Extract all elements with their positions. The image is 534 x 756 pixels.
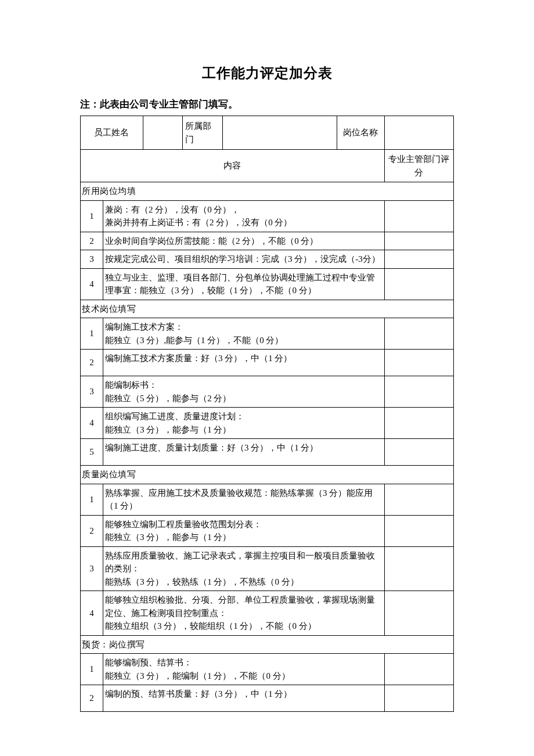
row-number: 1	[81, 200, 103, 232]
section-title: 质量岗位填写	[81, 466, 454, 484]
row-score	[384, 350, 453, 376]
row-content: 组织编写施工进度、质量进度计划： 能独立（3 分），能参与（1 分）	[103, 408, 384, 439]
row-score	[384, 654, 453, 685]
row-number: 1	[81, 484, 103, 515]
table-row: 1兼岗：有（2 分），没有（0 分）， 兼岗并持有上岗证书：有（2 分），没有（…	[81, 200, 454, 232]
section-title-row: 预货：岗位撰写	[81, 635, 454, 654]
row-number: 4	[81, 268, 103, 300]
employee-info-row: 员工姓名 所属部门 岗位名称	[81, 116, 454, 150]
employee-name-value	[143, 116, 183, 150]
position-value	[384, 116, 453, 150]
table-row: 2业余时间自学岗位所需技能：能（2 分），不能（0 分）	[81, 232, 454, 250]
section-title: 技术岗位填写	[81, 300, 454, 318]
table-row: 5编制施工进度、质量计划质量：好（3 分），中（1 分）	[81, 439, 454, 466]
row-score	[384, 515, 453, 546]
table-row: 2编制施工技术方案质量：好（3 分），中（1 分）	[81, 350, 454, 376]
row-content: 编制的预、结算书质量：好（3 分），中（1 分）	[103, 685, 384, 712]
table-row: 4组织编写施工进度、质量进度计划： 能独立（3 分），能参与（1 分）	[81, 408, 454, 439]
row-number: 4	[81, 591, 103, 636]
row-number: 3	[81, 546, 103, 591]
position-label: 岗位名称	[337, 116, 384, 150]
row-score	[384, 376, 453, 408]
table-row: 3熟练应用质量验收、施工记录表式，掌握主控项目和一般项目质量验收的类别： 能熟练…	[81, 546, 454, 591]
section-title: 预货：岗位撰写	[81, 635, 454, 654]
row-content: 编制施工进度、质量计划质量：好（3 分），中（1 分）	[103, 439, 384, 466]
row-score	[384, 200, 453, 232]
note: 注：此表由公司专业主管部门填写。	[80, 98, 454, 111]
row-content: 编制施工技术方案： 能独立（3 分）,能参与（1 分），不能（0 分）	[103, 318, 384, 350]
row-number: 2	[81, 232, 103, 250]
row-number: 2	[81, 685, 103, 712]
table-row: 2能够独立编制工程质量验收范围划分表： 能独立（3 分），能参与（1 分）	[81, 515, 454, 546]
row-content: 能够独立组织检验批、分项、分部、单位工程质量验收，掌握现场测量定位、施工检测项目…	[103, 591, 384, 636]
row-number: 5	[81, 439, 103, 466]
row-score	[384, 546, 453, 591]
table-row: 4独立与业主、监理、项目各部门、分包单位协调处理施工过程中专业管理事宜：能独立（…	[81, 268, 454, 300]
table-row: 4能够独立组织检验批、分项、分部、单位工程质量验收，掌握现场测量定位、施工检测项…	[81, 591, 454, 636]
row-content: 兼岗：有（2 分），没有（0 分）， 兼岗并持有上岗证书：有（2 分），没有（0…	[103, 200, 384, 232]
row-content: 按规定完成公司、项目组织的学习培训：完成（3 分），没完成（-3分）	[103, 250, 384, 269]
row-score	[384, 408, 453, 439]
section-title-row: 所用岗位均填	[81, 182, 454, 201]
row-number: 1	[81, 654, 103, 685]
score-label: 专业主管部门评分	[384, 150, 453, 182]
row-number: 4	[81, 408, 103, 439]
row-score	[384, 484, 453, 515]
row-score	[384, 591, 453, 636]
dept-label: 所属部门	[183, 116, 223, 150]
row-content: 独立与业主、监理、项目各部门、分包单位协调处理施工过程中专业管理事宜：能独立（3…	[103, 268, 384, 300]
table-row: 1编制施工技术方案： 能独立（3 分）,能参与（1 分），不能（0 分）	[81, 318, 454, 350]
employee-name-label: 员工姓名	[81, 116, 143, 150]
evaluation-table: 员工姓名 所属部门 岗位名称 内容 专业主管部门评分 所用岗位均填1兼岗：有（2…	[80, 116, 454, 712]
content-header-row: 内容 专业主管部门评分	[81, 150, 454, 182]
content-label: 内容	[81, 150, 385, 182]
section-title: 所用岗位均填	[81, 182, 454, 201]
table-row: 1能够编制预、结算书： 能独立（3 分），能编制（1 分），不能（0 分）	[81, 654, 454, 685]
row-score	[384, 232, 453, 250]
dept-value	[222, 116, 337, 150]
table-row: 2编制的预、结算书质量：好（3 分），中（1 分）	[81, 685, 454, 712]
row-content: 能够编制预、结算书： 能独立（3 分），能编制（1 分），不能（0 分）	[103, 654, 384, 685]
row-score	[384, 250, 453, 269]
row-content: 能编制标书： 能独立（5 分），能参与（2 分）	[103, 376, 384, 408]
row-number: 3	[81, 250, 103, 269]
row-number: 1	[81, 318, 103, 350]
row-content: 业余时间自学岗位所需技能：能（2 分），不能（0 分）	[103, 232, 384, 250]
section-title-row: 技术岗位填写	[81, 300, 454, 318]
table-row: 1熟练掌握、应用施工技术及质量验收规范：能熟练掌握（3 分）能应用（1 分）	[81, 484, 454, 515]
row-number: 2	[81, 350, 103, 376]
row-number: 3	[81, 376, 103, 408]
table-row: 3能编制标书： 能独立（5 分），能参与（2 分）	[81, 376, 454, 408]
table-row: 3按规定完成公司、项目组织的学习培训：完成（3 分），没完成（-3分）	[81, 250, 454, 269]
row-score	[384, 685, 453, 712]
row-content: 熟练掌握、应用施工技术及质量验收规范：能熟练掌握（3 分）能应用（1 分）	[103, 484, 384, 515]
row-content: 熟练应用质量验收、施工记录表式，掌握主控项目和一般项目质量验收的类别： 能熟练（…	[103, 546, 384, 591]
row-score	[384, 318, 453, 350]
page-title: 工作能力评定加分表	[80, 64, 454, 82]
row-number: 2	[81, 515, 103, 546]
row-score	[384, 439, 453, 466]
row-content: 编制施工技术方案质量：好（3 分），中（1 分）	[103, 350, 384, 376]
row-content: 能够独立编制工程质量验收范围划分表： 能独立（3 分），能参与（1 分）	[103, 515, 384, 546]
row-score	[384, 268, 453, 300]
section-title-row: 质量岗位填写	[81, 466, 454, 484]
